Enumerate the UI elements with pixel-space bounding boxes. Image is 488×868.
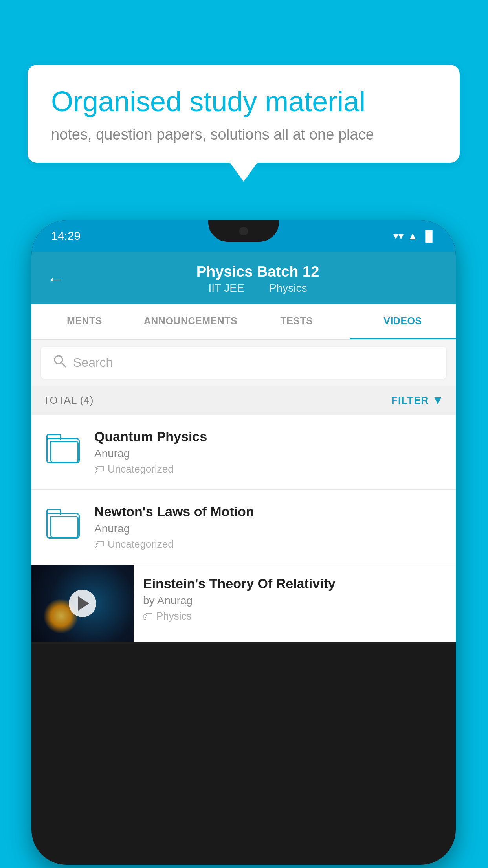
item-tag: 🏷 Physics [143,610,444,622]
item-icon-wrap [43,504,83,543]
item-icon-wrap [43,429,83,468]
speech-bubble: Organised study material notes, question… [28,65,460,163]
folder-icon [46,509,80,539]
list-item-thumb[interactable]: Einstein's Theory Of Relativity by Anura… [31,565,456,642]
search-placeholder: Search [73,355,113,370]
tab-ments[interactable]: MENTS [31,304,138,339]
battery-icon: ▐▌ [422,230,436,242]
play-button[interactable] [69,590,96,617]
search-icon [53,354,67,371]
total-count: TOTAL (4) [43,394,94,406]
tag-icon: 🏷 [94,538,105,550]
phone-screen: 14:29 ▾▾ ▲ ▐▌ ← Physics Batch 12 IIT JEE… [31,220,456,865]
tag-icon: 🏷 [143,610,153,622]
item-text: Quantum Physics Anurag 🏷 Uncategorized [94,429,444,475]
search-bar-wrap: Search [31,340,456,386]
tag-label: Uncategorized [108,463,174,475]
item-author: Anurag [94,447,444,460]
list-item[interactable]: Quantum Physics Anurag 🏷 Uncategorized [31,415,456,490]
tab-tests[interactable]: TESTS [244,304,350,339]
tag-label: Uncategorized [108,538,174,550]
item-title: Einstein's Theory Of Relativity [143,576,444,591]
signal-icon: ▲ [407,230,418,242]
status-icons: ▾▾ ▲ ▐▌ [393,230,436,242]
app-header: ← Physics Batch 12 IIT JEE Physics [31,252,456,304]
tag-iit: IIT JEE [208,282,244,294]
status-time: 14:29 [51,229,81,243]
batch-subtitle: IIT JEE Physics [75,282,440,294]
search-bar[interactable]: Search [41,347,446,379]
item-title: Newton's Laws of Motion [94,504,444,519]
thumb-text: Einstein's Theory Of Relativity by Anura… [134,565,444,630]
back-button[interactable]: ← [47,270,64,289]
item-tag: 🏷 Uncategorized [94,538,444,550]
tag-label: Physics [156,610,192,622]
batch-title: Physics Batch 12 [75,263,440,280]
camera [239,227,248,235]
item-author: Anurag [94,522,444,535]
phone-frame: 14:29 ▾▾ ▲ ▐▌ ← Physics Batch 12 IIT JEE… [31,220,456,865]
tag-icon: 🏷 [94,463,105,475]
item-author: by Anurag [143,594,444,607]
wifi-icon: ▾▾ [393,230,404,242]
filter-label: FILTER [391,394,429,406]
tag-physics: Physics [269,282,307,294]
item-title: Quantum Physics [94,429,444,444]
filter-bar: TOTAL (4) FILTER ▼ [31,386,456,415]
notch [208,220,279,242]
bubble-subtitle: notes, question papers, solutions all at… [51,126,436,143]
status-bar: 14:29 ▾▾ ▲ ▐▌ [31,220,456,252]
tab-videos[interactable]: VIDEOS [350,304,456,339]
folder-icon [46,434,80,463]
filter-icon: ▼ [432,394,444,407]
tabs-bar: MENTS ANNOUNCEMENTS TESTS VIDEOS [31,304,456,340]
item-tag: 🏷 Uncategorized [94,463,444,475]
tag-separator [255,282,262,294]
bubble-title: Organised study material [51,85,436,118]
list-item[interactable]: Newton's Laws of Motion Anurag 🏷 Uncateg… [31,490,456,565]
header-title-block: Physics Batch 12 IIT JEE Physics [75,263,440,294]
content-list: Quantum Physics Anurag 🏷 Uncategorized [31,415,456,642]
video-thumbnail [31,565,134,642]
play-icon [78,596,89,611]
tab-announcements[interactable]: ANNOUNCEMENTS [138,304,244,339]
filter-button[interactable]: FILTER ▼ [391,394,444,407]
item-text: Newton's Laws of Motion Anurag 🏷 Uncateg… [94,504,444,550]
svg-line-1 [62,363,66,367]
